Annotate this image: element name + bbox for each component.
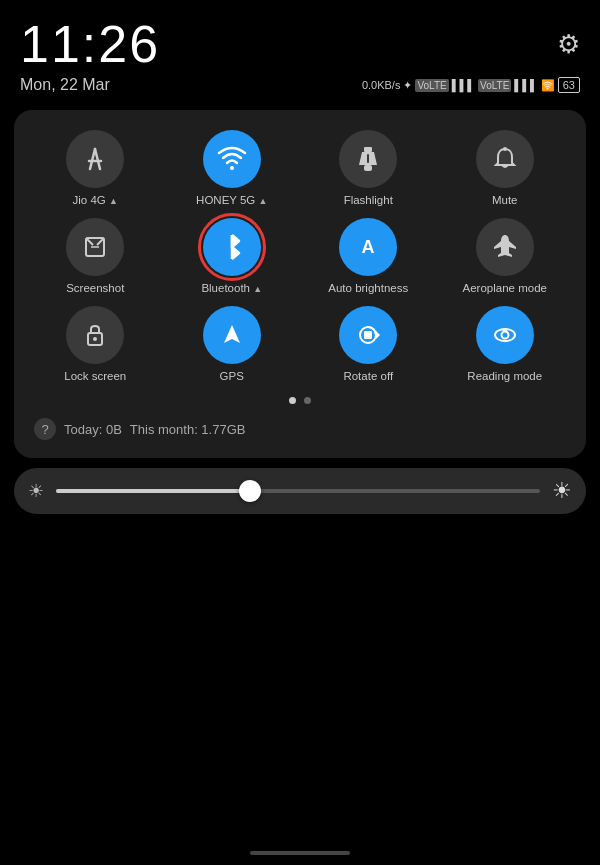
qs-item-gps[interactable]: GPS bbox=[167, 306, 298, 384]
readingmode-label: Reading mode bbox=[467, 370, 542, 384]
aeroplane-button[interactable] bbox=[476, 218, 534, 276]
clock: 11:26 bbox=[20, 18, 160, 70]
aeroplane-label: Aeroplane mode bbox=[463, 282, 547, 296]
bluetooth-button[interactable] bbox=[203, 218, 261, 276]
battery-icon: 63 bbox=[558, 77, 580, 93]
qs-item-mute[interactable]: Mute bbox=[440, 130, 571, 208]
data-usage-row: ? Today: 0B This month: 1.77GB bbox=[30, 414, 570, 442]
signal-bars-2: ▌▌▌ bbox=[514, 79, 537, 91]
screenshot-label: Screenshot bbox=[66, 282, 124, 296]
lockscreen-button[interactable] bbox=[66, 306, 124, 364]
data-month: This month: 1.77GB bbox=[130, 422, 246, 437]
svg-line-10 bbox=[97, 238, 104, 245]
brightness-high-icon: ☀ bbox=[552, 478, 572, 504]
lockscreen-label: Lock screen bbox=[64, 370, 126, 384]
qs-item-lockscreen[interactable]: Lock screen bbox=[30, 306, 161, 384]
rotateoff-button[interactable] bbox=[339, 306, 397, 364]
qs-item-jio4g[interactable]: Jio 4G ▲ bbox=[30, 130, 161, 208]
svg-text:A: A bbox=[362, 237, 375, 257]
quick-settings-panel: Jio 4G ▲ HONEY 5G ▲ bbox=[14, 110, 586, 458]
qs-item-autobrightness[interactable]: A Auto brightness bbox=[303, 218, 434, 296]
brightness-thumb[interactable] bbox=[239, 480, 261, 502]
scissors-icon bbox=[81, 233, 109, 261]
svg-point-7 bbox=[503, 147, 507, 151]
bell-icon bbox=[492, 145, 518, 173]
signal-bars-1: ▌▌▌ bbox=[452, 79, 475, 91]
plane-icon bbox=[491, 233, 519, 261]
gps-button[interactable] bbox=[203, 306, 261, 364]
gps-icon bbox=[218, 321, 246, 349]
network-icon bbox=[81, 145, 109, 173]
rotate-icon bbox=[354, 321, 382, 349]
data-help-icon[interactable]: ? bbox=[34, 418, 56, 440]
qs-item-aeroplane[interactable]: Aeroplane mode bbox=[440, 218, 571, 296]
status-bar: 11:26 ⚙ bbox=[0, 0, 600, 74]
lock-icon bbox=[82, 321, 108, 349]
data-today: Today: 0B bbox=[64, 422, 122, 437]
flashlight-icon bbox=[355, 145, 381, 173]
svg-rect-20 bbox=[364, 331, 372, 339]
rotateoff-label: Rotate off bbox=[343, 370, 393, 384]
readingmode-button[interactable] bbox=[476, 306, 534, 364]
honey5g-button[interactable] bbox=[203, 130, 261, 188]
bluetooth-symbol bbox=[221, 232, 243, 262]
brightness-track[interactable] bbox=[56, 489, 540, 493]
page-indicators bbox=[30, 397, 570, 404]
auto-brightness-icon: A bbox=[353, 232, 383, 262]
date-text: Mon, 22 Mar bbox=[20, 76, 110, 94]
qs-item-readingmode[interactable]: Reading mode bbox=[440, 306, 571, 384]
autobrightness-label: Auto brightness bbox=[328, 282, 408, 296]
dot-1[interactable] bbox=[289, 397, 296, 404]
svg-line-0 bbox=[90, 149, 95, 169]
status-icons: 0.0KB/s ✦ VoLTE ▌▌▌ VoLTE ▌▌▌ 🛜 63 bbox=[362, 77, 580, 93]
qs-item-bluetooth[interactable]: Bluetooth ▲ bbox=[167, 218, 298, 296]
qs-item-screenshot[interactable]: Screenshot bbox=[30, 218, 161, 296]
eye-icon bbox=[491, 321, 519, 349]
honey5g-label: HONEY 5G ▲ bbox=[196, 194, 267, 208]
speed-indicator: 0.0KB/s bbox=[362, 79, 401, 91]
mute-label: Mute bbox=[492, 194, 518, 208]
qs-grid: Jio 4G ▲ HONEY 5G ▲ bbox=[30, 130, 570, 383]
wifi-icon bbox=[217, 146, 247, 172]
screenshot-button[interactable] bbox=[66, 218, 124, 276]
gps-label: GPS bbox=[220, 370, 244, 384]
jio4g-label: Jio 4G ▲ bbox=[73, 194, 118, 208]
wifi-status-icon: 🛜 bbox=[541, 79, 555, 92]
mute-button[interactable] bbox=[476, 130, 534, 188]
brightness-low-icon: ☀ bbox=[28, 480, 44, 502]
svg-point-3 bbox=[230, 166, 234, 170]
svg-point-23 bbox=[501, 331, 508, 338]
bluetooth-label: Bluetooth ▲ bbox=[201, 282, 262, 296]
svg-line-9 bbox=[86, 238, 93, 245]
autobrightness-button[interactable]: A bbox=[339, 218, 397, 276]
volte-icon-2: VoLTE bbox=[478, 79, 511, 92]
svg-marker-19 bbox=[376, 331, 380, 339]
flashlight-button[interactable] bbox=[339, 130, 397, 188]
settings-icon[interactable]: ⚙ bbox=[557, 29, 580, 60]
svg-rect-5 bbox=[364, 165, 372, 171]
home-bar[interactable] bbox=[250, 851, 350, 855]
svg-point-17 bbox=[93, 337, 97, 341]
jio4g-button[interactable] bbox=[66, 130, 124, 188]
dot-2[interactable] bbox=[304, 397, 311, 404]
qs-item-flashlight[interactable]: Flashlight bbox=[303, 130, 434, 208]
brightness-bar: ☀ ☀ bbox=[14, 468, 586, 514]
qs-item-honey5g[interactable]: HONEY 5G ▲ bbox=[167, 130, 298, 208]
flashlight-label: Flashlight bbox=[344, 194, 393, 208]
svg-rect-4 bbox=[364, 147, 372, 152]
qs-item-rotateoff[interactable]: Rotate off bbox=[303, 306, 434, 384]
svg-line-1 bbox=[95, 149, 100, 169]
bluetooth-status-icon: ✦ bbox=[403, 79, 412, 92]
date-row: Mon, 22 Mar 0.0KB/s ✦ VoLTE ▌▌▌ VoLTE ▌▌… bbox=[0, 74, 600, 102]
brightness-fill bbox=[56, 489, 250, 493]
volte-icon: VoLTE bbox=[415, 79, 448, 92]
